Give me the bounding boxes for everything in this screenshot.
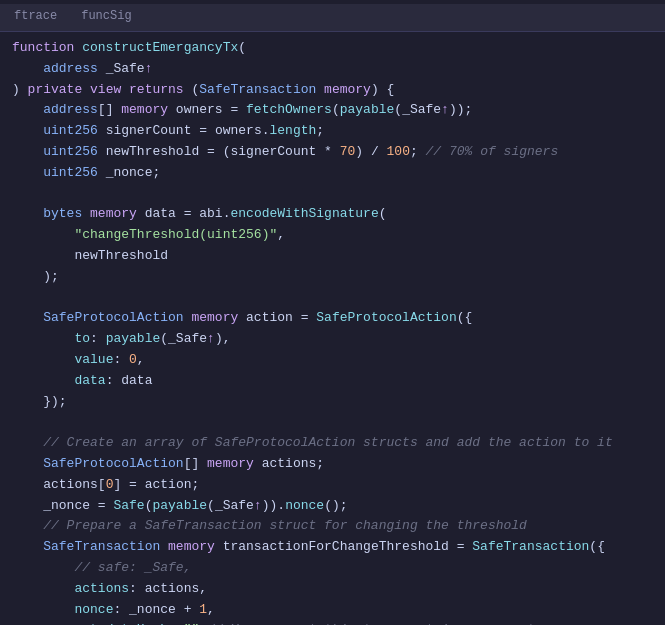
token-kw: private: [28, 80, 90, 101]
token-type: uint256: [43, 142, 105, 163]
token-prop: data: [74, 371, 105, 392]
token-var: _nonce: [129, 600, 176, 621]
token-prop: value: [74, 350, 113, 371]
token-punc: );: [12, 267, 59, 288]
token-punc: ),: [215, 329, 231, 350]
token-var: owners: [176, 100, 223, 121]
token-kw: ↑: [254, 496, 262, 517]
token-var: actions: [43, 475, 98, 496]
token-keyword-mem: memory: [324, 80, 371, 101]
token-keyword-mem: memory: [90, 204, 145, 225]
token-punc: (: [145, 496, 153, 517]
code-line: // Create an array of SafeProtocolAction…: [0, 433, 665, 454]
token-punc: ();: [324, 496, 347, 517]
token-plain: [12, 496, 43, 517]
token-num: 1: [199, 600, 207, 621]
token-punc: ;: [316, 121, 324, 142]
token-var: data: [121, 371, 152, 392]
token-punc: ,: [277, 225, 285, 246]
token-punc: (: [160, 329, 168, 350]
token-prop: to: [74, 329, 90, 350]
token-plain: [12, 516, 43, 537]
code-line: newThreshold: [0, 246, 665, 267]
token-type: bytes: [43, 204, 90, 225]
token-plain: [12, 454, 43, 475]
code-line: SafeProtocolAction memory action = SafeP…: [0, 308, 665, 329]
token-plain: [12, 600, 74, 621]
token-punc: (: [379, 204, 387, 225]
code-body: function constructEmergancyTx( address _…: [0, 32, 665, 625]
code-line: _nonce = Safe(payable(_Safe↑)).nonce();: [0, 496, 665, 517]
token-str: "changeThreshold(uint256)": [74, 225, 277, 246]
token-punc: ));: [449, 100, 472, 121]
token-type: SafeProtocolAction: [43, 454, 183, 475]
token-plain: [12, 371, 74, 392]
token-fn: constructEmergancyTx: [82, 38, 238, 59]
token-var: newThreshold: [106, 142, 200, 163]
token-plain: [12, 142, 43, 163]
token-op: =: [293, 308, 316, 329]
token-op: =: [223, 100, 246, 121]
token-type: address: [43, 59, 105, 80]
code-line: ) private view returns (SafeTransaction …: [0, 80, 665, 101]
token-punc: )).: [262, 496, 285, 517]
token-keyword-mem: memory: [207, 454, 262, 475]
token-punc: (: [191, 80, 199, 101]
token-keyword-mem: memory: [191, 308, 246, 329]
token-kw: returns: [129, 80, 191, 101]
token-punc: ;: [191, 475, 199, 496]
token-type: SafeTransaction: [199, 80, 324, 101]
token-fn: payable: [152, 496, 207, 517]
code-line: value: 0,: [0, 350, 665, 371]
token-prop: nonce: [74, 600, 113, 621]
token-op: =: [191, 121, 214, 142]
token-num: 0: [106, 475, 114, 496]
token-plain: [12, 475, 43, 496]
token-plain: [12, 350, 74, 371]
token-punc: :: [90, 329, 106, 350]
code-line: uint256 _nonce;: [0, 163, 665, 184]
code-line: [0, 288, 665, 309]
token-type: uint256: [43, 121, 105, 142]
tab-funcsig[interactable]: funcSig: [75, 5, 137, 30]
token-kw: ↑: [441, 100, 449, 121]
token-var: _nonce: [106, 163, 153, 184]
code-line: [0, 184, 665, 205]
token-plain: [12, 100, 43, 121]
token-plain: [12, 246, 74, 267]
token-plain: [12, 204, 43, 225]
token-comment: // You can set this to any string you wa…: [207, 620, 535, 625]
token-type: SafeTransaction: [43, 537, 168, 558]
code-line: uint256 signerCount = owners.length;: [0, 121, 665, 142]
token-punc: ({: [457, 308, 473, 329]
token-punc: ,: [137, 350, 145, 371]
tab-ftrace[interactable]: ftrace: [8, 5, 63, 30]
code-line: SafeTransaction memory transactionForCha…: [0, 537, 665, 558]
token-var: _Safe: [168, 329, 207, 350]
token-punc: ): [12, 80, 28, 101]
token-op: +: [176, 600, 199, 621]
code-line: data: data: [0, 371, 665, 392]
token-type: uint256: [43, 163, 105, 184]
token-var: actions: [145, 579, 200, 600]
token-var: signerCount: [106, 121, 192, 142]
token-var: _nonce: [43, 496, 90, 517]
token-plain: [12, 121, 43, 142]
token-op: =: [90, 496, 113, 517]
token-plain: [12, 225, 74, 246]
token-num: 0: [129, 350, 137, 371]
token-punc: :: [113, 350, 129, 371]
token-comment: // Create an array of SafeProtocolAction…: [43, 433, 613, 454]
token-punc: (: [394, 100, 402, 121]
code-line: address[] memory owners = fetchOwners(pa…: [0, 100, 665, 121]
token-kw: view: [90, 80, 129, 101]
code-line: );: [0, 267, 665, 288]
token-var: _Safe: [106, 59, 145, 80]
token-type: SafeProtocolAction: [43, 308, 191, 329]
token-punc: (: [238, 38, 246, 59]
code-line: // safe: _Safe,: [0, 558, 665, 579]
token-op: =: [449, 537, 472, 558]
token-punc: []: [184, 454, 207, 475]
token-punc: ) {: [371, 80, 394, 101]
token-var: action: [246, 308, 293, 329]
